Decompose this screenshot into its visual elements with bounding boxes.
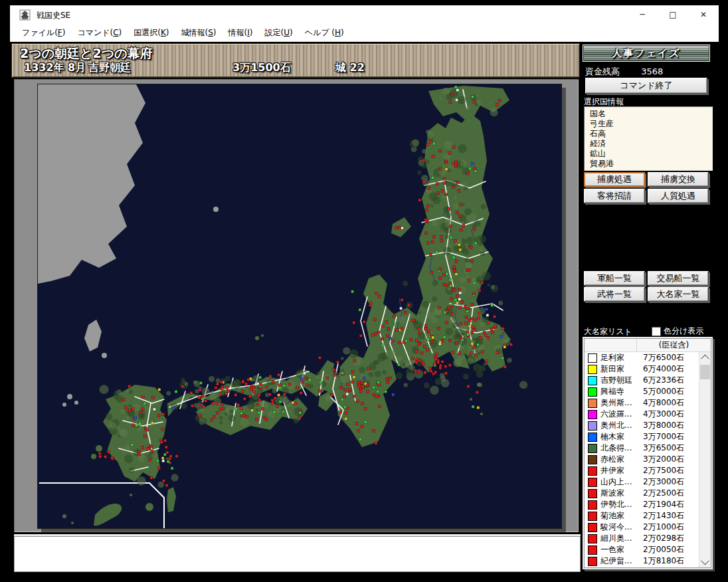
scrollbar-up-arrow[interactable] xyxy=(699,352,711,363)
daimyo-name: 細川奥... xyxy=(600,533,640,544)
prisoner-exchange-button[interactable]: 捕虜交換 xyxy=(648,172,709,187)
message-bar[interactable] xyxy=(14,536,581,572)
menu-country-key: K xyxy=(161,28,166,37)
guest-invite-button[interactable]: 客将招請 xyxy=(584,189,645,203)
color-toggle[interactable]: 色分け表示 xyxy=(652,326,703,337)
daimyo-row[interactable]: 奥州北... 3万8000石 xyxy=(585,420,699,431)
window-title: 戦国史SE xyxy=(37,10,70,21)
daimyo-color-swatch xyxy=(588,455,597,464)
daimyo-list-header-blank xyxy=(585,339,637,351)
daimyo-row[interactable]: 足利家 7万6500石 xyxy=(585,352,699,363)
right-panel: 人事フェイズ 資金残高 3568 コマンド終了 選択国情報 国名弓生産石高経済鉱… xyxy=(583,42,719,576)
daimyo-koku: 2万0050石 xyxy=(643,544,684,555)
menu-castle-post: ) xyxy=(213,28,217,37)
japan-map[interactable] xyxy=(37,84,562,529)
menu-info[interactable]: 情報(I) xyxy=(223,25,259,41)
daimyo-row[interactable]: 新田家 6万4000石 xyxy=(585,363,699,375)
daimyo-row[interactable]: 菊池家 2万1430石 xyxy=(585,510,699,522)
daimyo-koku: 5万0000石 xyxy=(643,386,684,397)
menu-command[interactable]: コマンド(C) xyxy=(71,25,128,41)
menu-bar: ファイル(F) コマンド(C) 国選択(K) 城情報(S) 情報(I) 設定(U… xyxy=(10,24,719,42)
daimyo-name: 吉野朝廷 xyxy=(600,375,640,386)
scrollbar-down-arrow[interactable] xyxy=(699,556,711,567)
daimyo-list-scrollbar[interactable] xyxy=(699,352,711,567)
daimyo-row[interactable]: 井伊家 2万7500石 xyxy=(585,465,699,476)
general-list-button[interactable]: 武将一覧 xyxy=(584,287,645,302)
daimyo-name: 赤松家 xyxy=(600,454,640,465)
daimyo-rows: 足利家 7万6500石 新田家 6万4000石 吉野朝廷 xyxy=(585,352,699,567)
daimyo-row[interactable]: 紀伊畠... 1万8180石 xyxy=(585,555,699,567)
daimyo-koku: 3万6500石 xyxy=(643,442,684,454)
hostage-treatment-button[interactable]: 人質処遇 xyxy=(648,189,709,203)
menu-help[interactable]: ヘルプ (H) xyxy=(299,25,350,41)
funds-label: 資金残高 xyxy=(585,66,620,76)
country-info-list[interactable]: 国名弓生産石高経済鉱山貿易港 xyxy=(584,106,713,171)
minimize-button[interactable]: ─ xyxy=(627,5,658,24)
daimyo-row[interactable]: 楠木家 3万7000石 xyxy=(585,431,699,442)
daimyo-color-swatch xyxy=(588,365,597,374)
japan-map-svg xyxy=(38,84,561,528)
menu-country-select[interactable]: 国選択(K) xyxy=(128,25,175,41)
daimyo-koku: 2万7500石 xyxy=(643,465,684,476)
daimyo-row[interactable]: 興福寺 5万0000石 xyxy=(585,386,699,397)
daimyo-name: 楠木家 xyxy=(600,431,640,442)
menu-command-pre: コマンド( xyxy=(77,28,113,37)
close-button[interactable]: ✕ xyxy=(688,5,719,24)
daimyo-koku: 2万2500石 xyxy=(643,488,684,499)
daimyo-list-button[interactable]: 大名家一覧 xyxy=(648,287,709,302)
menu-castle-key: S xyxy=(208,28,213,37)
scrollbar-thumb[interactable] xyxy=(700,365,710,379)
daimyo-koku: 3万7000石 xyxy=(643,431,684,442)
maximize-button[interactable]: □ xyxy=(658,5,688,24)
daimyo-name: 奥州北... xyxy=(600,420,640,431)
menu-help-pre: ヘルプ ( xyxy=(305,28,335,37)
daimyo-row[interactable]: 斯波家 2万2500石 xyxy=(585,488,699,499)
color-toggle-checkbox[interactable] xyxy=(652,327,661,336)
daimyo-color-swatch xyxy=(588,399,597,408)
daimyo-name: 駿河今... xyxy=(600,522,640,533)
country-info-item: 国名 xyxy=(590,109,712,119)
daimyo-color-swatch xyxy=(588,489,597,498)
daimyo-name: 一色家 xyxy=(600,544,640,555)
daimyo-row[interactable]: 細川奥... 2万0298石 xyxy=(585,533,699,544)
menu-castle-pre: 城情報( xyxy=(181,28,209,37)
total-koku: 3万1500石 xyxy=(232,61,291,75)
warship-list-button[interactable]: 軍船一覧 xyxy=(584,271,645,286)
daimyo-row[interactable]: 伊勢北... 2万1904石 xyxy=(585,499,699,510)
daimyo-name: 菊池家 xyxy=(600,510,640,522)
daimyo-row[interactable]: 一色家 2万0050石 xyxy=(585,544,699,555)
menu-file-post: ) xyxy=(62,28,66,37)
daimyo-koku: 2万0298石 xyxy=(643,533,684,544)
daimyo-row[interactable]: 六波羅... 4万3000石 xyxy=(585,409,699,420)
daimyo-name: 新田家 xyxy=(600,363,640,375)
game-date: 1332年 8月 xyxy=(24,61,86,75)
daimyo-name: 井伊家 xyxy=(600,465,640,476)
scenario-title: 2つの朝廷と2つの幕府 xyxy=(20,45,153,62)
daimyo-name: 興福寺 xyxy=(600,386,640,397)
daimyo-name: 北条得... xyxy=(600,442,640,454)
daimyo-row[interactable]: 奥州斯... 4万8000石 xyxy=(585,397,699,409)
menu-country-post: ) xyxy=(166,28,169,37)
daimyo-color-swatch xyxy=(588,387,597,397)
prisoner-treatment-button[interactable]: 捕虜処遇 xyxy=(584,172,645,187)
end-command-button[interactable]: コマンド終了 xyxy=(585,78,707,94)
menu-file-pre: ファイル( xyxy=(22,28,58,37)
daimyo-koku: 1万8180石 xyxy=(643,555,684,567)
daimyo-koku: 4万3000石 xyxy=(643,409,684,420)
daimyo-row[interactable]: 山内上... 2万3000石 xyxy=(585,476,699,488)
tradeship-list-button[interactable]: 交易船一覧 xyxy=(648,271,709,286)
menu-file[interactable]: ファイル(F) xyxy=(16,25,71,41)
daimyo-list-header-vassals: (臣従含) xyxy=(637,339,711,351)
daimyo-row[interactable]: 駿河今... 2万1000石 xyxy=(585,522,699,533)
daimyo-koku: 3万2000石 xyxy=(643,454,684,465)
main-content: 2つの朝廷と2つの幕府 1332年 8月 吉野朝廷 3万1500石 城 22 xyxy=(10,42,719,576)
daimyo-row[interactable]: 吉野朝廷 6万2336石 xyxy=(585,375,699,386)
menu-castle-info[interactable]: 城情報(S) xyxy=(175,25,223,41)
daimyo-list[interactable]: (臣従含) 足利家 7万6500石 新田家 6万40 xyxy=(584,338,711,568)
daimyo-color-swatch xyxy=(588,421,597,431)
daimyo-row[interactable]: 北条得... 3万6500石 xyxy=(585,442,699,454)
daimyo-koku: 2万3000石 xyxy=(643,476,684,488)
menu-settings[interactable]: 設定(U) xyxy=(258,25,298,41)
daimyo-row[interactable]: 赤松家 3万2000石 xyxy=(585,454,699,465)
title-bar[interactable]: 戦国史SE ─ □ ✕ xyxy=(10,5,719,24)
